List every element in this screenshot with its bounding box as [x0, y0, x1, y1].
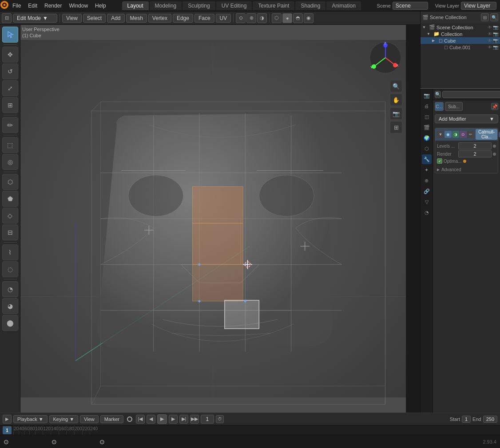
- extrude-btn[interactable]: ⬡: [2, 174, 18, 190]
- edit-menu[interactable]: Edit: [24, 2, 41, 10]
- outliner-filter-btn[interactable]: ⊟: [481, 13, 489, 21]
- eye-icon[interactable]: 👁: [488, 25, 492, 30]
- prev-keyframe-btn[interactable]: |◀: [136, 415, 145, 424]
- last-frame-btn[interactable]: ▶▶: [190, 415, 199, 424]
- uv-btn[interactable]: UV: [216, 14, 231, 23]
- knife-btn[interactable]: ⌇: [2, 244, 18, 260]
- cube-camera-icon[interactable]: 📷: [493, 38, 498, 43]
- physics-props-btn[interactable]: ⊕: [422, 176, 432, 185]
- optima-check[interactable]: ✓: [437, 158, 442, 164]
- keying-btn[interactable]: Keying ▼: [49, 415, 79, 423]
- render-props-btn[interactable]: 📷: [422, 90, 432, 100]
- end-value[interactable]: 250: [483, 416, 497, 423]
- material-props-btn[interactable]: ◔: [422, 208, 432, 217]
- file-menu[interactable]: File: [9, 2, 24, 10]
- tree-scene-collection[interactable]: ▼ 🎬 Scene Collection 👁 📷: [421, 24, 500, 31]
- material-btn[interactable]: ◓: [293, 13, 303, 23]
- playback-btn[interactable]: Playback ▼: [13, 415, 48, 423]
- mod-name-btn[interactable]: Catmull-Cla...: [476, 129, 497, 140]
- scale-tool-btn[interactable]: ⤢: [2, 80, 18, 96]
- add-btn[interactable]: Add: [107, 14, 124, 23]
- add-primitive-btn[interactable]: ◎: [2, 154, 18, 170]
- scene-props-btn[interactable]: 🎬: [422, 122, 432, 132]
- tab-uv-editing[interactable]: UV Editing: [216, 1, 252, 10]
- mod-camera-icon[interactable]: ◉: [444, 131, 452, 138]
- help-menu[interactable]: Help: [91, 2, 110, 10]
- outliner-search-btn[interactable]: 🔍: [490, 13, 498, 21]
- particles-props-btn[interactable]: ✦: [422, 165, 432, 175]
- randomize-btn[interactable]: ◕: [2, 298, 18, 314]
- render-value[interactable]: 2: [458, 150, 492, 157]
- tab-modeling[interactable]: Modeling: [150, 1, 182, 10]
- tab-animation[interactable]: Animation: [326, 1, 361, 10]
- view-layer-props-btn[interactable]: ◫: [422, 112, 432, 122]
- output-props-btn[interactable]: 🖨: [422, 101, 432, 111]
- pan-tool-btn[interactable]: ✋: [390, 94, 402, 106]
- view-layer-input[interactable]: View Layer: [461, 2, 496, 10]
- cube001-camera-icon[interactable]: 📷: [493, 45, 498, 50]
- data-props-btn[interactable]: ▽: [422, 197, 432, 207]
- coll-eye-icon[interactable]: 👁: [488, 31, 492, 36]
- mod-realtime-icon[interactable]: ⊙: [460, 131, 467, 138]
- tree-cube-001[interactable]: ◻ Cube.001 👁 📷: [421, 44, 500, 51]
- rotate-tool-btn[interactable]: ↺: [2, 63, 18, 79]
- camera-btn[interactable]: 📷: [390, 107, 402, 120]
- coll-camera-icon[interactable]: 📷: [493, 31, 498, 36]
- constraints-props-btn[interactable]: 🔗: [422, 186, 432, 196]
- loop-cut-btn[interactable]: ⊟: [2, 224, 18, 240]
- add-modifier-btn[interactable]: Add Modifier ▼: [435, 114, 498, 123]
- edge-btn[interactable]: Edge: [173, 14, 193, 23]
- camera-vis-icon[interactable]: 📷: [493, 25, 498, 30]
- next-keyframe-btn[interactable]: ▶|: [179, 415, 188, 424]
- move-tool-btn[interactable]: ✥: [2, 47, 18, 63]
- overlays-btn[interactable]: ⊕: [246, 13, 256, 23]
- push-pull-btn[interactable]: ⬤: [2, 315, 18, 331]
- object-props-btn[interactable]: ⬡: [422, 144, 432, 153]
- mesh-btn[interactable]: Mesh: [126, 14, 147, 23]
- inset-btn[interactable]: ⬟: [2, 191, 18, 207]
- tab-texture-paint[interactable]: Texture Paint: [253, 1, 294, 10]
- nav-gizmo[interactable]: Z X Y: [369, 41, 402, 75]
- timeline-mode-icon[interactable]: ▶: [3, 415, 12, 424]
- pin-icon[interactable]: 📌: [491, 103, 498, 110]
- transform-tool-btn[interactable]: ⊞: [2, 97, 18, 113]
- select-tool-btn[interactable]: [2, 27, 18, 43]
- mode-icon-btn[interactable]: ⊟: [2, 13, 12, 23]
- blender-logo[interactable]: [0, 0, 9, 11]
- solid-btn[interactable]: ●: [282, 13, 292, 23]
- play-btn[interactable]: ▶: [157, 414, 167, 424]
- current-frame-display[interactable]: 1: [201, 415, 214, 424]
- viewport-3d[interactable]: User Perspective (1) Cube: [20, 25, 406, 413]
- world-props-btn[interactable]: 🌍: [422, 133, 432, 143]
- window-menu[interactable]: Window: [65, 2, 91, 10]
- view-btn[interactable]: View: [62, 14, 82, 23]
- bevel-btn[interactable]: ◇: [2, 208, 18, 224]
- render-btn[interactable]: ◉: [304, 13, 313, 23]
- tree-collection[interactable]: ▼ 📁 Collection 👁 📷: [421, 31, 500, 37]
- bisect-btn[interactable]: ◌: [2, 261, 18, 277]
- levels-value[interactable]: 2: [458, 142, 492, 149]
- tab-layout[interactable]: Layout: [122, 1, 149, 10]
- wireframe-btn[interactable]: ⬡: [272, 13, 282, 23]
- annotate-tool-btn[interactable]: ✏: [2, 117, 18, 133]
- tab-shading[interactable]: Shading: [295, 1, 325, 10]
- timeline-ruler[interactable]: 1 20 40 60 80 100 120 140 160 180 200 22…: [0, 425, 500, 435]
- marker-btn[interactable]: Marker: [100, 415, 123, 423]
- measure-tool-btn[interactable]: ⬚: [2, 137, 18, 153]
- zoom-tool-btn[interactable]: 🔍: [390, 80, 402, 92]
- prop-search-input[interactable]: [442, 91, 500, 98]
- face-btn[interactable]: Face: [194, 14, 214, 23]
- next-frame-btn[interactable]: ▶: [169, 415, 178, 424]
- prev-frame-btn[interactable]: ◀: [147, 415, 155, 424]
- prop-sub-tab[interactable]: Sub...: [445, 102, 463, 111]
- render-menu[interactable]: Render: [41, 2, 65, 10]
- tree-cube[interactable]: ▶ ◻ Cube 👁 📷: [421, 37, 500, 44]
- select-btn[interactable]: Select: [83, 14, 106, 23]
- cube-eye-icon[interactable]: 👁: [488, 38, 492, 43]
- xray-btn[interactable]: ◑: [257, 13, 267, 23]
- layout-btn[interactable]: ⊞: [390, 121, 402, 134]
- tab-sculpting[interactable]: Sculpting: [183, 1, 215, 10]
- modifier-props-btn[interactable]: 🔧: [422, 154, 432, 164]
- smooth-btn[interactable]: ◔: [2, 281, 18, 297]
- scene-input[interactable]: Scene: [393, 2, 428, 10]
